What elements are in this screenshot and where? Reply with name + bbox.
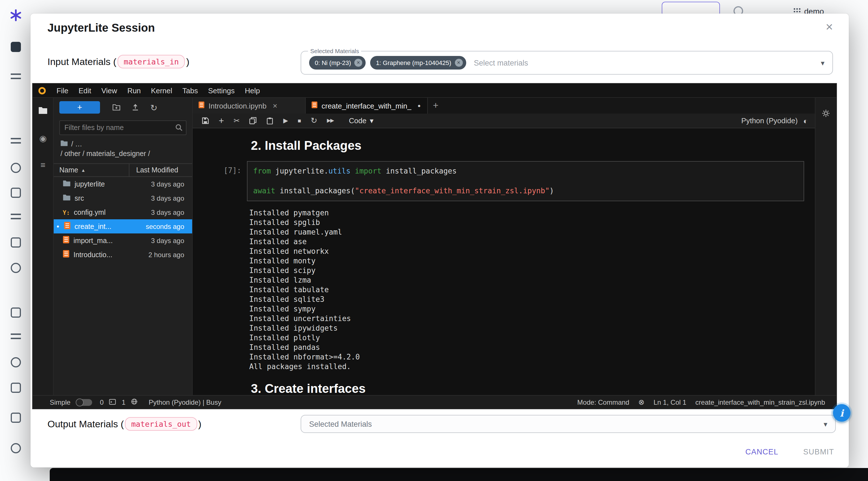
file-row[interactable]: src 3 days ago (54, 191, 192, 205)
file-filter-input[interactable] (59, 120, 186, 135)
folder-icon (63, 194, 71, 202)
add-tab-icon[interactable]: + (428, 98, 444, 114)
app-sidebar-icon[interactable] (11, 333, 21, 342)
breadcrumb-root[interactable]: / … (71, 140, 82, 149)
chip-close-icon[interactable]: × (455, 59, 463, 67)
menu-file[interactable]: File (52, 86, 73, 95)
simple-mode-toggle[interactable] (76, 399, 92, 405)
terminal-count: 0 (100, 398, 103, 406)
breadcrumb[interactable]: / … / other / materials_designer / (54, 137, 192, 159)
app-sidebar-icon[interactable] (11, 383, 21, 393)
file-row[interactable]: import_ma... 3 days ago (54, 234, 192, 247)
tab-label: create_interface_with_min_ (321, 101, 411, 110)
file-row[interactable]: jupyterlite 3 days ago (54, 177, 192, 191)
selected-materials-legend: Selected Materials (308, 48, 361, 55)
menu-help[interactable]: Help (240, 86, 265, 95)
restart-run-all-icon[interactable]: ▶▶ (327, 117, 334, 124)
app-sidebar-icon[interactable] (11, 413, 21, 423)
file-row-selected[interactable]: ● create_int... seconds ago (54, 219, 192, 234)
token-plain: install_packages( (275, 186, 355, 195)
notebook-icon (311, 101, 318, 110)
app-sidebar-icon[interactable] (11, 263, 21, 273)
material-chip[interactable]: 1: Graphene (mp-1040425)× (370, 56, 466, 69)
property-inspector-icon[interactable] (822, 109, 830, 395)
tab-close-icon[interactable]: × (273, 101, 277, 110)
cut-cell-icon[interactable]: ✂ (234, 117, 240, 124)
menu-view[interactable]: View (96, 86, 122, 95)
section-heading-install: 2. Install Packages (251, 139, 815, 153)
input-materials-label: Input Materials (materials_in) (48, 55, 189, 69)
output-label-prefix: Output Materials ( (48, 419, 124, 429)
toggle-knob (75, 398, 83, 406)
file-row[interactable]: Introductio... 2 hours ago (54, 247, 192, 262)
tab-dirty-icon[interactable]: ● (417, 103, 421, 109)
insert-cell-icon[interactable]: + (219, 117, 224, 124)
token-keyword: import (350, 167, 381, 175)
token-plain: jupyterlite. (271, 167, 329, 175)
column-last-modified[interactable]: Last Modified (129, 164, 192, 176)
mode-indicator[interactable]: Mode: Command (577, 398, 629, 406)
activity-bar: ◉ ≡ (33, 98, 54, 395)
file-name: jupyterlite (74, 180, 105, 188)
chip-close-icon[interactable]: × (354, 59, 362, 67)
code-line: from jupyterlite.utils import install_pa… (253, 166, 798, 176)
table-of-contents-icon[interactable]: ≡ (40, 160, 45, 169)
file-list: jupyterlite 3 days ago src 3 days ago Y:… (54, 177, 192, 262)
info-button[interactable]: i (833, 404, 850, 422)
column-name[interactable]: Name▲ (54, 166, 129, 174)
app-sidebar-icon[interactable] (11, 188, 21, 198)
app-sidebar-icon[interactable] (11, 163, 21, 173)
cell-type-dropdown[interactable]: Code▾ (349, 116, 374, 125)
app-sidebar-icon[interactable] (11, 357, 21, 367)
file-name: create_int... (74, 222, 112, 230)
upload-icon[interactable] (132, 103, 139, 112)
app-sidebar-icon[interactable] (11, 214, 21, 222)
cancel-button[interactable]: CANCEL (745, 448, 778, 456)
new-folder-icon[interactable] (113, 103, 120, 112)
file-modified: 3 days ago (151, 237, 192, 244)
kernel-status-text[interactable]: Python (Pyodide) | Busy (149, 398, 221, 406)
tab-create-interface[interactable]: create_interface_with_min_ ● (306, 98, 428, 114)
menu-edit[interactable]: Edit (73, 86, 96, 95)
paste-cell-icon[interactable] (267, 117, 274, 124)
chevron-down-icon[interactable]: ▾ (821, 59, 825, 67)
close-icon[interactable]: × (826, 20, 833, 34)
interrupt-icon[interactable]: ⊗ (638, 398, 645, 407)
menu-kernel[interactable]: Kernel (146, 86, 177, 95)
app-sidebar-icon[interactable] (11, 73, 21, 82)
stop-kernel-icon[interactable]: ■ (298, 117, 301, 124)
cursor-position[interactable]: Ln 1, Col 1 (654, 398, 686, 406)
menu-tabs[interactable]: Tabs (178, 86, 203, 95)
breadcrumb-path[interactable]: / other / materials_designer / (60, 149, 150, 159)
app-sidebar-icon[interactable] (11, 443, 21, 453)
selected-materials-select[interactable]: Selected Materials 0: Ni (mp-23)× 1: Gra… (301, 51, 833, 74)
menu-run[interactable]: Run (122, 86, 146, 95)
kernel-busy-icon: ◐ (803, 116, 808, 125)
code-cell[interactable]: from jupyterlite.utils import install_pa… (247, 161, 804, 201)
file-row[interactable]: Y: config.yml 3 days ago (54, 205, 192, 219)
material-chip[interactable]: 0: Ni (mp-23)× (309, 56, 366, 69)
refresh-icon[interactable]: ↻ (150, 103, 157, 112)
status-bar: Simple 0 1 Python (Pyodide) | Busy Mode:… (33, 395, 836, 409)
app-background: demo JupyterLite Session × Input Materia… (0, 0, 868, 481)
kernel-name[interactable]: Python (Pyodide) (741, 116, 798, 125)
tab-introduction[interactable]: Introduction.ipynb × (193, 98, 306, 114)
token-string: "create_interface_with_min_strain_zsl.ip… (355, 186, 550, 195)
running-sessions-icon[interactable]: ◉ (39, 134, 46, 143)
submit-button[interactable]: SUBMIT (803, 448, 834, 456)
menu-settings[interactable]: Settings (203, 86, 240, 95)
app-sidebar-icon[interactable] (11, 237, 21, 247)
chevron-down-icon: ▾ (824, 420, 827, 428)
tab-label: Introduction.ipynb (209, 101, 267, 110)
restart-kernel-icon[interactable]: ↻ (311, 117, 317, 124)
app-sidebar-icon[interactable] (11, 42, 21, 52)
jupyter-logo-icon (38, 87, 46, 94)
file-browser-icon[interactable] (38, 107, 48, 116)
save-icon[interactable] (202, 117, 209, 124)
copy-cell-icon[interactable] (249, 117, 257, 124)
run-cell-icon[interactable]: ▶ (283, 117, 288, 124)
new-launcher-button[interactable]: + (59, 101, 100, 114)
output-materials-select[interactable]: Selected Materials ▾ (301, 415, 836, 433)
app-sidebar-icon[interactable] (11, 307, 21, 318)
app-sidebar-icon[interactable] (11, 138, 21, 146)
